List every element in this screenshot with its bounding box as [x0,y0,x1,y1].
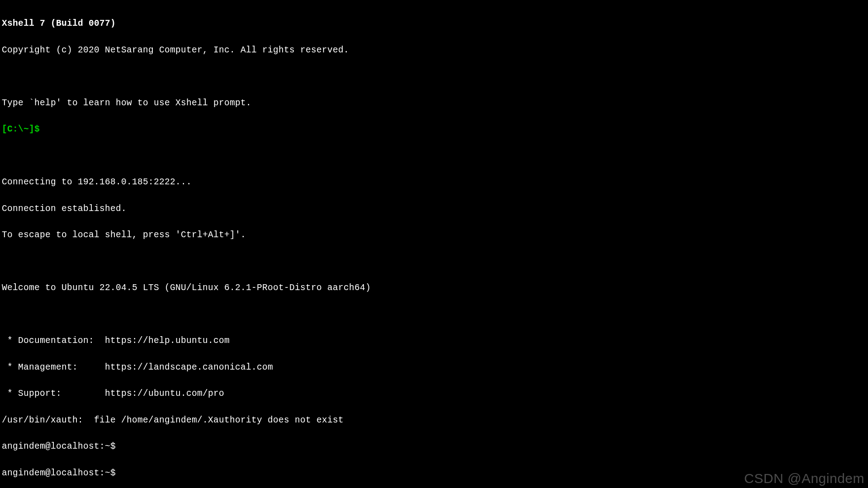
watermark: CSDN @Angindem [744,472,864,485]
app-title: Xshell 7 (Build 0077) [2,19,866,28]
help-hint: Type `help' to learn how to use Xshell p… [2,99,866,108]
blank-line [2,310,866,319]
motd-doc: * Documentation: https://help.ubuntu.com [2,337,866,346]
established-line: Connection established. [2,205,866,214]
motd-mgmt: * Management: https://landscape.canonica… [2,363,866,372]
local-prompt-text: [C:\~]$ [2,124,40,134]
terminal-output[interactable]: Xshell 7 (Build 0077) Copyright (c) 2020… [0,0,868,488]
blank-line [2,72,866,81]
blank-line [2,258,866,267]
xauth-warning: /usr/bin/xauth: file /home/angindem/.Xau… [2,416,866,425]
shell-prompt: angindem@localhost:~$ [2,442,866,451]
motd-support: * Support: https://ubuntu.com/pro [2,389,866,399]
local-prompt: [C:\~]$ [2,125,866,134]
connecting-line: Connecting to 192.168.0.185:2222... [2,178,866,187]
prompt-text: angindem@localhost:~$ [2,468,116,478]
escape-hint: To escape to local shell, press 'Ctrl+Al… [2,231,866,240]
blank-line [2,152,866,161]
prompt-text: angindem@localhost:~$ [2,441,116,451]
shell-prompt: angindem@localhost:~$ [2,469,866,478]
motd-welcome: Welcome to Ubuntu 22.04.5 LTS (GNU/Linux… [2,284,866,293]
copyright-line: Copyright (c) 2020 NetSarang Computer, I… [2,46,866,55]
